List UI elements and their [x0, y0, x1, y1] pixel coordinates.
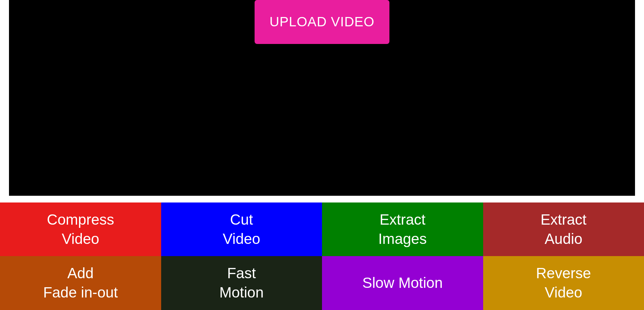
- video-preview-area: UPLOAD VIDEO: [9, 0, 635, 196]
- extract-images-button[interactable]: Extract Images: [322, 202, 483, 256]
- reverse-video-button[interactable]: Reverse Video: [483, 256, 644, 310]
- upload-video-button[interactable]: UPLOAD VIDEO: [255, 0, 389, 44]
- fast-motion-button[interactable]: Fast Motion: [161, 256, 322, 310]
- spacer: [0, 196, 644, 202]
- add-fade-button[interactable]: Add Fade in-out: [0, 256, 161, 310]
- action-grid: Compress Video Cut Video Extract Images …: [0, 202, 644, 310]
- cut-video-button[interactable]: Cut Video: [161, 202, 322, 256]
- video-preview-container: UPLOAD VIDEO: [0, 0, 644, 196]
- slow-motion-button[interactable]: Slow Motion: [322, 256, 483, 310]
- compress-video-button[interactable]: Compress Video: [0, 202, 161, 256]
- extract-audio-button[interactable]: Extract Audio: [483, 202, 644, 256]
